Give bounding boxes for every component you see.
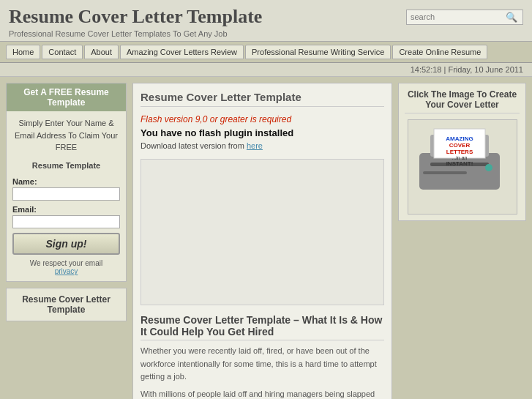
sidebar-description: Simply Enter Your Name & Email Address T… bbox=[12, 117, 120, 154]
sidebar-box-title: Get A FREE Resume Template bbox=[7, 83, 126, 111]
section-title: Resume Cover Letter Template – What It I… bbox=[141, 314, 384, 340]
nav-about[interactable]: About bbox=[84, 45, 119, 59]
site-subtitle: Professional Resume Cover Letter Templat… bbox=[9, 29, 523, 38]
flash-warning: Flash version 9,0 or greater is required bbox=[141, 114, 384, 124]
product-svg: AMAZING COVER LETTERS ...in an INSTANT! bbox=[408, 120, 511, 208]
search-box: 🔍 bbox=[406, 10, 523, 25]
resume-cover-box: Resume Cover Letter Template bbox=[6, 288, 127, 321]
left-sidebar: Get A FREE Resume Template Simply Enter … bbox=[6, 83, 127, 399]
svg-point-9 bbox=[485, 164, 492, 171]
right-box: Click The Image To Create Your Cover Let… bbox=[398, 83, 526, 221]
name-input[interactable] bbox=[12, 187, 120, 201]
free-template-box: Get A FREE Resume Template Simply Enter … bbox=[6, 83, 127, 282]
email-input[interactable] bbox=[12, 215, 120, 228]
nav: Home Contact About Amazing Cover Letters… bbox=[0, 42, 532, 63]
nav-professional[interactable]: Professional Resume Writing Service bbox=[245, 45, 391, 59]
nav-amazing[interactable]: Amazing Cover Letters Review bbox=[120, 45, 244, 59]
email-label: Email: bbox=[12, 205, 120, 214]
search-input[interactable] bbox=[411, 12, 506, 21]
svg-text:...in an: ...in an bbox=[452, 155, 467, 160]
content-title: Resume Cover Letter Template bbox=[141, 91, 384, 107]
date-bar: 14:52:18 | Friday, 10 June 2011 bbox=[0, 63, 532, 77]
svg-text:AMAZING: AMAZING bbox=[446, 135, 473, 142]
flash-error: You have no flash plugin installed bbox=[141, 127, 384, 138]
sidebar-bottom-title: Resume Cover Letter Template bbox=[12, 294, 120, 315]
center-content: Resume Cover Letter Template Flash versi… bbox=[132, 83, 392, 399]
flash-placeholder bbox=[141, 159, 384, 305]
svg-text:LETTERS: LETTERS bbox=[446, 149, 473, 155]
sidebar-sub-label: Resume Template bbox=[12, 160, 120, 172]
right-box-title: Click The Image To Create Your Cover Let… bbox=[405, 89, 520, 113]
name-label: Name: bbox=[12, 177, 120, 186]
flash-download: Download latest version from here bbox=[141, 141, 384, 150]
nav-contact[interactable]: Contact bbox=[42, 45, 83, 59]
svg-text:INSTANT!: INSTANT! bbox=[446, 160, 473, 167]
section-paragraph2: With millions of people laid off and hir… bbox=[141, 388, 384, 399]
right-sidebar: Click The Image To Create Your Cover Let… bbox=[398, 83, 526, 399]
main: Get A FREE Resume Template Simply Enter … bbox=[0, 77, 532, 399]
privacy-link[interactable]: privacy bbox=[55, 267, 78, 275]
nav-home[interactable]: Home bbox=[6, 45, 40, 59]
site-title: Resume Cover Letter Template bbox=[9, 6, 262, 28]
nav-create[interactable]: Create Online Resume bbox=[392, 45, 487, 59]
signup-button[interactable]: Sign up! bbox=[12, 233, 120, 255]
svg-text:COVER: COVER bbox=[449, 142, 470, 149]
search-icon[interactable]: 🔍 bbox=[506, 12, 517, 23]
section-paragraph1: Whether you were recently laid off, fire… bbox=[141, 345, 384, 384]
flash-download-link[interactable]: here bbox=[247, 141, 263, 150]
product-image[interactable]: AMAZING COVER LETTERS ...in an INSTANT! bbox=[408, 119, 517, 215]
header: Resume Cover Letter Template 🔍 Professio… bbox=[0, 0, 532, 42]
privacy-text: We respect your email privacy bbox=[12, 259, 120, 275]
svg-rect-10 bbox=[423, 171, 467, 174]
